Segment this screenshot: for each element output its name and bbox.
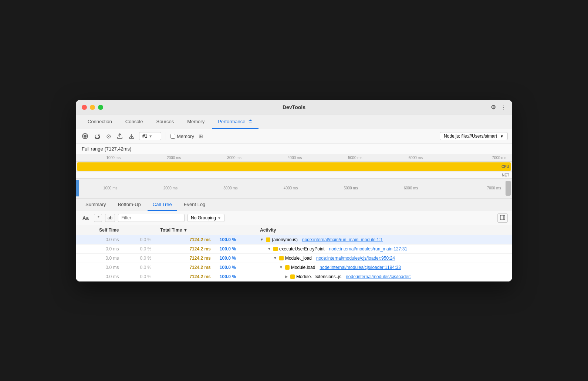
title-bar-actions: ⚙ ⋮ — [491, 104, 506, 111]
call-tree-table: Self Time Total Time ▼ Activity 0.0 ms 0… — [76, 225, 512, 281]
devtools-window: DevTools ⚙ ⋮ Connection Console Sources … — [76, 100, 512, 281]
task-icon — [266, 237, 270, 242]
cpu-bar — [77, 162, 511, 171]
tab-console[interactable]: Console — [119, 115, 149, 129]
ruler-mark-2: 2000 ms — [143, 156, 204, 160]
match-whole-button[interactable]: ab — [105, 214, 115, 222]
reload-icon — [94, 133, 100, 139]
memory-label: Memory — [177, 134, 194, 139]
timeline-top-ruler: 1000 ms 2000 ms 3000 ms 4000 ms 5000 ms … — [76, 154, 512, 162]
self-time: 0.0 ms — [76, 253, 123, 263]
record-icon — [82, 133, 88, 139]
total-time: 7124.2 ms — [156, 272, 215, 281]
import-icon — [129, 133, 135, 139]
total-pct: 100.0 % — [215, 272, 256, 281]
close-button[interactable] — [82, 105, 87, 110]
col-self-pct — [123, 225, 156, 235]
table-row[interactable]: 0.0 ms 0.0 % 7124.2 ms 100.0 % ▼ execute… — [76, 244, 512, 253]
full-range-label: Full range (7127.42ms) — [76, 144, 512, 154]
panel-toggle-button[interactable] — [497, 213, 508, 223]
task-icon — [279, 256, 284, 260]
self-pct: 0.0 % — [123, 263, 156, 272]
activity: ▼ executeUserEntryPoint node:internal/mo… — [256, 244, 512, 253]
filter-input[interactable] — [118, 214, 185, 222]
tab-performance[interactable]: Performance ⚗ — [212, 115, 258, 129]
total-time: 7124.2 ms — [156, 253, 215, 263]
total-time: 7124.2 ms — [156, 244, 215, 253]
filter-bar: Aa .* ab No Grouping ▼ — [76, 211, 512, 225]
ruler-mark-1: 1000 ms — [83, 156, 143, 160]
svg-rect-2 — [500, 215, 505, 220]
cpu-label: CPU — [501, 165, 509, 169]
settings-button[interactable]: ⚙ — [491, 104, 496, 111]
tab-event-log[interactable]: Event Log — [179, 199, 211, 211]
ruler-mark-3: 3000 ms — [204, 156, 264, 160]
recording-selector[interactable]: #1 ▼ — [139, 132, 161, 140]
panel-toggle-icon — [500, 215, 505, 220]
title-bar: DevTools ⚙ ⋮ — [76, 100, 512, 115]
memory-checkbox-container: Memory — [170, 134, 194, 139]
activity: ▼ (anonymous) node:internal/main/run_mai… — [256, 235, 512, 244]
case-sensitive-button[interactable]: Aa — [80, 214, 91, 222]
total-time: 7124.2 ms — [156, 235, 215, 244]
table-header-row: Self Time Total Time ▼ Activity — [76, 225, 512, 235]
table-row[interactable]: 0.0 ms 0.0 % 7124.2 ms 100.0 % ▼ Module.… — [76, 253, 512, 263]
table-row[interactable]: 0.0 ms 0.0 % 7124.2 ms 100.0 % ▼ Module.… — [76, 263, 512, 272]
ruler-mark-6: 6000 ms — [385, 156, 446, 160]
table-row[interactable]: 0.0 ms 0.0 % 7124.2 ms 100.0 % ▶ Module.… — [76, 272, 512, 281]
self-time: 0.0 ms — [76, 272, 123, 281]
self-time: 0.0 ms — [76, 244, 123, 253]
import-button[interactable] — [127, 132, 136, 141]
bottom-tabs: Summary Bottom-Up Call Tree Event Log — [76, 199, 512, 211]
nav-tabs: Connection Console Sources Memory Perfor… — [76, 115, 512, 129]
total-pct: 100.0 % — [215, 253, 256, 263]
total-pct: 100.0 % — [215, 263, 256, 272]
total-pct: 100.0 % — [215, 244, 256, 253]
grouping-select[interactable]: No Grouping ▼ — [187, 214, 224, 222]
toolbar-separator — [166, 132, 166, 140]
activity: ▶ Module._extensions..js node:internal/m… — [256, 272, 512, 281]
total-time: 7124.2 ms — [156, 263, 215, 272]
activity: ▼ Module._load node:internal/modules/cjs… — [256, 253, 512, 263]
task-icon — [290, 274, 295, 279]
data-table-container: Self Time Total Time ▼ Activity 0.0 ms 0… — [76, 225, 512, 281]
table-row[interactable]: 0.0 ms 0.0 % 7124.2 ms 100.0 % ▼ (anonym… — [76, 235, 512, 244]
memory-icon-button[interactable]: ⊞ — [197, 132, 205, 141]
ruler-mark-5: 5000 ms — [325, 156, 385, 160]
export-button[interactable] — [115, 132, 124, 141]
toolbar: ⊘ #1 ▼ Memory ⊞ Node.js: file:///Users/s… — [76, 129, 512, 144]
memory-checkbox[interactable] — [170, 134, 175, 139]
ruler-mark-4: 4000 ms — [264, 156, 325, 160]
cpu-bar-container: CPU — [76, 162, 512, 172]
tab-sources[interactable]: Sources — [150, 115, 180, 129]
self-pct: 0.0 % — [123, 244, 156, 253]
ruler-mark-7: 7000 ms — [446, 156, 508, 160]
maximize-button[interactable] — [98, 105, 103, 110]
net-label: NET — [502, 173, 509, 177]
clear-button[interactable]: ⊘ — [105, 131, 112, 141]
svg-point-1 — [84, 135, 87, 138]
tab-bottom-up[interactable]: Bottom-Up — [113, 199, 146, 211]
self-time: 0.0 ms — [76, 235, 123, 244]
self-pct: 0.0 % — [123, 235, 156, 244]
col-total-time[interactable]: Total Time ▼ — [156, 225, 215, 235]
task-icon — [273, 247, 278, 251]
target-selector[interactable]: Node.js: file:///Users/stmart ▼ — [440, 132, 508, 140]
tab-summary[interactable]: Summary — [80, 199, 111, 211]
timeline-area: Full range (7127.42ms) 1000 ms 2000 ms 3… — [76, 144, 512, 199]
col-total-pct — [215, 225, 256, 235]
export-icon — [117, 133, 123, 139]
timeline-bottom-ruler: 1000 ms 2000 ms 3000 ms 4000 ms 5000 ms … — [76, 179, 512, 198]
col-self-time: Self Time — [76, 225, 123, 235]
record-button[interactable] — [80, 131, 90, 141]
scrollbar-thumb[interactable] — [506, 181, 511, 196]
self-pct: 0.0 % — [123, 253, 156, 263]
tab-call-tree[interactable]: Call Tree — [148, 199, 177, 211]
tab-memory[interactable]: Memory — [181, 115, 210, 129]
tab-connection[interactable]: Connection — [82, 115, 118, 129]
minimize-button[interactable] — [90, 105, 95, 110]
more-options-button[interactable]: ⋮ — [500, 104, 506, 111]
regex-button[interactable]: .* — [94, 214, 102, 222]
reload-button[interactable] — [93, 132, 102, 141]
col-activity: Activity — [256, 225, 512, 235]
